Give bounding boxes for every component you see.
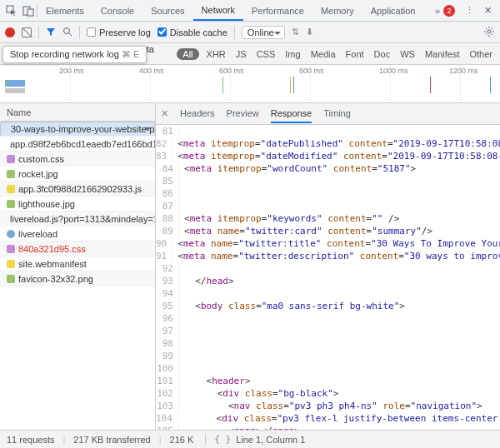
request-row[interactable]: site.webmanifest (0, 256, 155, 271)
file-icon (7, 260, 15, 268)
status-requests: 11 requests (7, 435, 54, 445)
code-line: 101 <header> (156, 375, 500, 387)
gear-icon[interactable] (483, 26, 495, 39)
request-name: 30-ways-to-improve-your-website-pe… (11, 122, 155, 137)
filter-other[interactable]: Other (467, 49, 495, 59)
code-line: 82<meta itemprop="datePublished" content… (156, 137, 500, 150)
upload-icon[interactable]: ⇅ (292, 27, 299, 37)
panel-tabs: ElementsConsoleSourcesNetworkPerformance… (38, 0, 430, 21)
svg-point-5 (488, 30, 491, 33)
settings-menu-icon[interactable]: ⋮ (460, 5, 479, 16)
timeline-tick: 800 ms (310, 65, 311, 102)
filter-css[interactable]: CSS (254, 49, 278, 59)
filter-font[interactable]: Font (343, 49, 367, 59)
throttling-value: Online (248, 27, 274, 37)
tooltip-shortcut: ⌘ E (122, 49, 139, 59)
request-name: custom.css (18, 152, 64, 167)
tooltip: Stop recording network log ⌘ E (2, 46, 147, 63)
tab-performance[interactable]: Performance (243, 0, 312, 21)
filter-doc[interactable]: Doc (372, 49, 393, 59)
close-devtools-icon[interactable]: ✕ (479, 5, 497, 16)
preserve-log-checkbox[interactable]: Preserve log (87, 27, 151, 37)
tooltip-text: Stop recording network log (10, 49, 119, 59)
clear-button[interactable] (22, 27, 32, 37)
detail-tab-response[interactable]: Response (271, 105, 312, 123)
filter-js[interactable]: JS (233, 49, 249, 59)
code-line: 89<meta name="twitter:card" content="sum… (156, 225, 500, 237)
request-row[interactable]: app.d98f2eb6bcd1eaedb7ed166bd1… (0, 137, 155, 152)
code-line: 104 <div class="pv3 flex-l justify-betwe… (156, 412, 500, 425)
request-name: app.3fc0f988d21662902933.js (18, 182, 142, 197)
code-line: 103 <nav class="pv3 ph3 ph4-ns" role="na… (156, 400, 500, 412)
code-line: 95 <body class="ma0 sans-serif bg-white"… (156, 300, 500, 312)
response-body[interactable]: 81 82<meta itemprop="datePublished" cont… (156, 125, 500, 430)
svg-line-4 (69, 33, 72, 36)
request-name: favicon-32x32.png (18, 271, 93, 286)
code-line: 85 (156, 175, 500, 187)
code-line: 88<meta itemprop="keywords" content="" /… (156, 212, 500, 225)
code-line: 84<meta itemprop="wordCount" content="51… (156, 162, 500, 175)
tab-security[interactable]: Security (423, 0, 429, 21)
code-line: 96 (156, 312, 500, 325)
throttling-select[interactable]: Online (242, 26, 285, 39)
detail-tabs: ✕ HeadersPreviewResponseTiming (156, 103, 500, 125)
network-body: Name 30-ways-to-improve-your-website-pe…… (0, 103, 500, 430)
tab-application[interactable]: Application (362, 0, 424, 21)
filter-xhr[interactable]: XHR (204, 49, 228, 59)
record-button[interactable] (5, 27, 15, 37)
request-row[interactable]: app.3fc0f988d21662902933.js (0, 182, 155, 197)
code-line: 83<meta itemprop="dateModified" content=… (156, 150, 500, 162)
request-row[interactable]: livereload.js?port=1313&mindelay=10 (0, 212, 155, 226)
code-line: 86 (156, 187, 500, 200)
pretty-print-icon[interactable]: { } (214, 434, 231, 445)
request-row[interactable]: favicon-32x32.png (0, 271, 155, 286)
request-row[interactable]: lighthouse.jpg (0, 197, 155, 212)
request-row[interactable]: custom.css (0, 152, 155, 167)
tab-memory[interactable]: Memory (312, 0, 362, 21)
inspect-icon[interactable] (3, 5, 20, 17)
column-header-name[interactable]: Name (0, 103, 155, 122)
code-line: 94 (156, 287, 500, 300)
filter-img[interactable]: Img (282, 49, 302, 59)
detail-tab-timing[interactable]: Timing (323, 105, 351, 122)
code-line: 87 (156, 200, 500, 212)
detail-tab-preview[interactable]: Preview (227, 105, 259, 122)
device-toggle-icon[interactable] (20, 5, 37, 17)
preserve-log-label: Preserve log (99, 27, 151, 37)
error-badge: 2 (443, 5, 455, 17)
filter-ws[interactable]: WS (398, 49, 418, 59)
tab-sources[interactable]: Sources (142, 0, 192, 21)
request-name: rocket.jpg (18, 167, 58, 182)
close-detail-icon[interactable]: ✕ (161, 108, 168, 119)
disable-cache-checkbox[interactable]: Disable cache (158, 27, 228, 37)
panel-tabs-bar: ElementsConsoleSourcesNetworkPerformance… (0, 0, 500, 22)
status-bar: 11 requests | 217 KB transferred | 216 K… (0, 430, 500, 448)
request-row[interactable]: rocket.jpg (0, 167, 155, 182)
download-icon[interactable]: ⬇ (306, 27, 313, 37)
request-row[interactable]: 840a321d95.css (0, 241, 155, 256)
tab-network[interactable]: Network (193, 0, 243, 21)
filter-icon[interactable] (46, 27, 56, 38)
separator (234, 26, 235, 39)
request-row[interactable]: livereload (0, 226, 155, 241)
request-name: site.webmanifest (18, 256, 87, 271)
filter-media[interactable]: Media (308, 49, 338, 59)
code-line: 100 (156, 362, 500, 375)
tab-elements[interactable]: Elements (38, 0, 92, 21)
overflow-menu[interactable]: » 2 (430, 5, 460, 17)
filter-manifest[interactable]: Manifest (422, 49, 462, 59)
request-name: 840a321d95.css (18, 241, 86, 256)
search-icon[interactable] (62, 27, 72, 38)
request-row[interactable]: 30-ways-to-improve-your-website-pe… (0, 122, 155, 137)
timeline-tick: 1000 ms (390, 65, 391, 102)
file-icon (7, 245, 15, 253)
network-toolbar: Preserve log Disable cache Online ⇅ ⬇ (0, 22, 500, 43)
filter-all[interactable]: All (177, 48, 198, 60)
timeline-tick: 600 ms (230, 65, 231, 102)
request-list-panel: Name 30-ways-to-improve-your-website-pe…… (0, 103, 156, 430)
separator (38, 26, 39, 39)
tab-console[interactable]: Console (92, 0, 142, 21)
svg-point-3 (64, 27, 70, 33)
detail-tab-headers[interactable]: Headers (180, 105, 215, 122)
timeline-overview[interactable]: 200 ms400 ms600 ms800 ms1000 ms1200 ms (0, 65, 500, 103)
